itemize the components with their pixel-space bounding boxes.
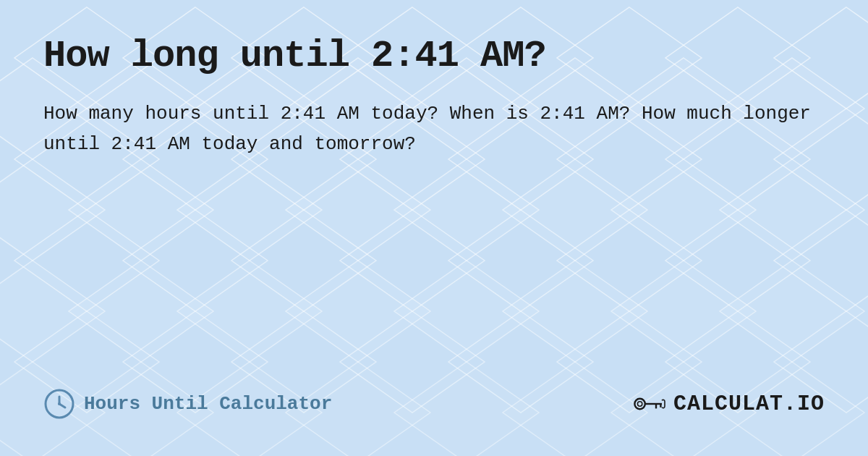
site-label: Hours Until Calculator [84, 393, 332, 415]
svg-point-74 [637, 402, 642, 406]
clock-icon [43, 388, 75, 420]
brand-logo: CALCULAT.IO [633, 391, 825, 417]
footer: Hours Until Calculator CALCULAT.IO [43, 388, 825, 427]
page-description: How many hours until 2:41 AM today? When… [43, 99, 825, 159]
svg-point-72 [58, 402, 61, 405]
page-title: How long until 2:41 AM? [43, 35, 825, 77]
svg-point-73 [634, 399, 644, 409]
brand-name: CALCULAT.IO [673, 392, 825, 416]
brand-icon [633, 391, 668, 417]
site-branding-left: Hours Until Calculator [43, 388, 332, 420]
